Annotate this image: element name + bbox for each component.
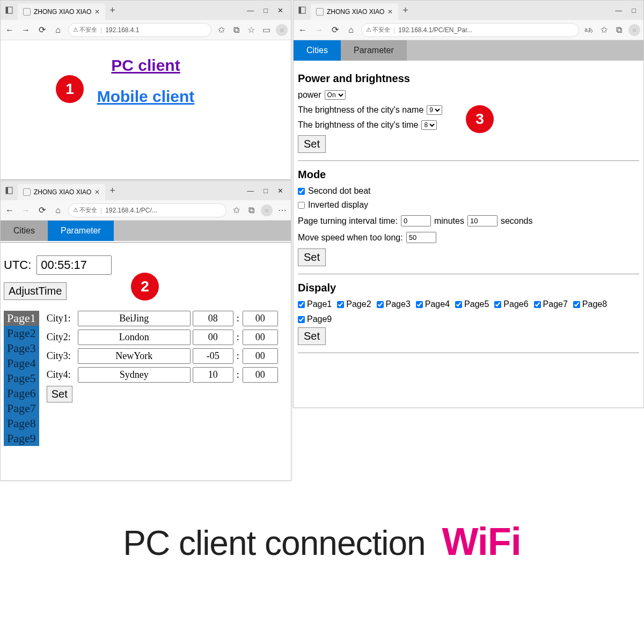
city-name-input[interactable] [78, 348, 191, 364]
minimize-icon[interactable]: — [247, 187, 254, 195]
address-bar[interactable]: ⚠ 不安全 | 192.168.4.1/PC/EN_Par... [361, 23, 579, 37]
city-min-input[interactable] [243, 330, 278, 345]
display-page-checkbox[interactable] [416, 301, 423, 308]
address-bar[interactable]: ⚠ 不安全 | 192.168.4.1/PC/... [68, 203, 226, 217]
favorites-bar-icon[interactable]: ☆ [246, 25, 257, 35]
city-tz-input[interactable] [193, 367, 233, 383]
tab-parameter[interactable]: Parameter [341, 40, 407, 61]
page-list-item[interactable]: Page6 [4, 386, 39, 401]
set-button[interactable]: Set [298, 135, 326, 153]
city-name-input[interactable] [78, 330, 191, 345]
mobile-client-link[interactable]: Mobile client [6, 87, 286, 106]
refresh-icon[interactable]: ⟳ [329, 24, 341, 36]
city-min-input[interactable] [243, 367, 278, 383]
minimize-icon[interactable]: — [247, 6, 254, 14]
tab-actions-icon[interactable] [296, 4, 309, 17]
power-select[interactable]: On [325, 90, 346, 100]
second-dot-checkbox[interactable] [298, 188, 305, 195]
city-tz-input[interactable] [193, 311, 233, 326]
city-tz-input[interactable] [193, 330, 233, 345]
adjust-time-button[interactable]: AdjustTime [4, 282, 67, 300]
extensions-icon[interactable]: ⧉ [246, 205, 257, 216]
set-button[interactable]: Set [298, 327, 326, 345]
brightness-name-select[interactable]: 9 [427, 105, 442, 115]
page-list-item[interactable]: Page3 [4, 341, 39, 356]
movespeed-input[interactable] [406, 232, 436, 243]
new-tab-button[interactable]: + [109, 5, 115, 16]
pc-client-link[interactable]: PC client [6, 56, 286, 75]
city-label: City1: [47, 313, 76, 324]
display-page-checkbox[interactable] [573, 301, 580, 308]
inverted-checkbox[interactable] [298, 202, 305, 209]
profile-avatar-icon[interactable]: ○ [628, 24, 640, 36]
page-list-item[interactable]: Page2 [4, 326, 39, 341]
utc-input[interactable] [36, 255, 112, 275]
city-min-input[interactable] [243, 348, 278, 364]
display-page-checkbox[interactable] [534, 301, 541, 308]
new-tab-button[interactable]: + [109, 185, 115, 196]
back-icon[interactable]: ← [4, 24, 16, 36]
display-page-checkbox[interactable] [494, 301, 501, 308]
close-tab-icon[interactable]: ✕ [387, 8, 393, 16]
browser-tab[interactable]: ZHONG XIAO XIAO ✕ [18, 184, 105, 200]
page-list-item[interactable]: Page4 [4, 356, 39, 371]
city-min-input[interactable] [243, 311, 278, 326]
refresh-icon[interactable]: ⟳ [36, 204, 48, 216]
display-page-checkbox[interactable] [298, 301, 305, 308]
display-page-checkbox[interactable] [377, 301, 384, 308]
close-window-icon[interactable]: ✕ [277, 6, 283, 14]
address-bar[interactable]: ⚠ 不安全 | 192.168.4.1 [68, 23, 211, 37]
favorite-icon[interactable]: ✩ [216, 25, 226, 35]
extensions-icon[interactable]: ⧉ [613, 25, 624, 35]
profile-avatar-icon[interactable]: ○ [261, 204, 273, 216]
interval-sec-input[interactable] [467, 215, 497, 226]
tab-cities[interactable]: Cities [1, 221, 48, 241]
city-tz-input[interactable] [193, 348, 233, 364]
tab-actions-icon[interactable] [3, 4, 16, 17]
tab-parameter[interactable]: Parameter [48, 221, 114, 241]
brightness-time-select[interactable]: 8 [421, 120, 437, 130]
more-icon[interactable]: ⋯ [277, 205, 288, 216]
forward-icon[interactable]: → [20, 24, 32, 36]
close-tab-icon[interactable]: ✕ [94, 188, 100, 196]
interval-label: Page turning interval time: [298, 216, 398, 226]
close-tab-icon[interactable]: ✕ [94, 8, 100, 16]
page-list-item[interactable]: Page7 [4, 401, 39, 416]
browser-tab[interactable]: ZHONG XIAO XIAO ✕ [311, 4, 398, 20]
back-icon[interactable]: ← [297, 24, 309, 36]
tab-cities[interactable]: Cities [294, 40, 341, 61]
minimize-icon[interactable]: — [615, 6, 622, 14]
back-icon[interactable]: ← [4, 204, 16, 216]
refresh-icon[interactable]: ⟳ [36, 24, 48, 36]
display-page-checkbox[interactable] [298, 316, 305, 323]
favorite-icon[interactable]: ✩ [231, 205, 241, 216]
profile-avatar-icon[interactable]: ○ [276, 24, 288, 36]
browser-tab[interactable]: ZHONG XIAO XIAO ✕ [18, 4, 105, 20]
extensions-icon[interactable]: ⧉ [231, 25, 241, 35]
tab-actions-icon[interactable] [3, 184, 16, 197]
page-list: Page1 Page2 Page3 Page4 Page5 Page6 Page… [4, 311, 39, 446]
page-list-item[interactable]: Page1 [4, 311, 39, 326]
collections-icon[interactable]: ▭ [261, 25, 272, 35]
page-list-item[interactable]: Page8 [4, 416, 39, 431]
home-icon[interactable]: ⌂ [345, 24, 357, 36]
new-tab-button[interactable]: + [402, 5, 408, 16]
home-icon[interactable]: ⌂ [52, 204, 64, 216]
maximize-icon[interactable]: □ [632, 6, 636, 14]
set-button[interactable]: Set [47, 386, 72, 402]
power-label: power [298, 90, 321, 100]
page-list-item[interactable]: Page5 [4, 371, 39, 386]
favorite-icon[interactable]: ✩ [598, 25, 609, 35]
home-icon[interactable]: ⌂ [52, 24, 64, 36]
maximize-icon[interactable]: □ [264, 6, 268, 14]
display-page-checkbox[interactable] [337, 301, 344, 308]
translate-icon[interactable]: aあ [583, 25, 594, 35]
close-window-icon[interactable]: ✕ [277, 187, 283, 195]
page-list-item[interactable]: Page9 [4, 431, 39, 446]
maximize-icon[interactable]: □ [264, 187, 268, 195]
set-button[interactable]: Set [298, 248, 326, 266]
interval-min-input[interactable] [401, 215, 431, 226]
city-name-input[interactable] [78, 311, 191, 326]
city-name-input[interactable] [78, 367, 191, 383]
display-page-checkbox[interactable] [455, 301, 462, 308]
